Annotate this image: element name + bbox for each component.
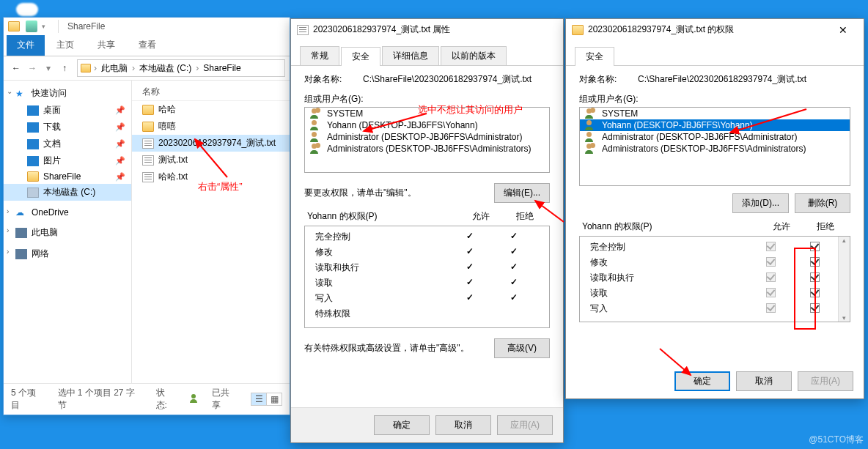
user-system[interactable]: SYSTEM	[580, 108, 850, 119]
nav-pictures[interactable]: 图片📌	[4, 152, 131, 169]
tab-home[interactable]: 主页	[45, 35, 86, 56]
allow-checkbox[interactable]	[766, 303, 776, 313]
permissions-label: Yohann 的权限(P)	[582, 220, 760, 233]
users-listbox[interactable]: SYSTEM Yohann (DESKTOP-JBJ6FFS\Yohann) A…	[579, 107, 850, 186]
tab-details[interactable]: 详细信息	[382, 46, 439, 65]
tab-general[interactable]: 常规	[300, 46, 339, 65]
dialog-titlebar[interactable]: 20230206182937974_测试.txt 的权限 ✕	[566, 19, 864, 40]
ok-button[interactable]: 确定	[374, 415, 430, 435]
view-details-icon[interactable]: ☰	[251, 393, 267, 406]
nav-network[interactable]: ›网络	[4, 245, 131, 262]
nav-forward-icon[interactable]: →	[24, 63, 40, 73]
deny-checkbox[interactable]	[810, 288, 820, 297]
breadcrumb[interactable]: › 此电脑 › 本地磁盘 (C:) › ShareFile	[77, 59, 285, 77]
deny-checkbox[interactable]	[810, 257, 820, 267]
permissions-list: 完全控制 修改 读取和执行 读取 写入 特殊权限	[304, 226, 550, 328]
list-item[interactable]: 嘻嘻	[132, 118, 290, 135]
explorer-window: ShareFile 文件 主页 共享 查看 ← → ▾ ↑ › 此电脑 › 本地…	[3, 17, 290, 415]
allow-checkbox[interactable]	[766, 242, 776, 251]
object-name-label: 对象名称:	[304, 73, 363, 86]
check-icon	[492, 292, 536, 305]
deny-checkbox[interactable]	[810, 242, 820, 251]
edit-hint: 要更改权限，请单击"编辑"。	[304, 187, 488, 199]
apply-button[interactable]: 应用(A)	[497, 415, 553, 435]
list-item[interactable]: 哈哈	[132, 101, 290, 118]
user-icon	[584, 132, 597, 142]
user-yohann[interactable]: Yohann (DESKTOP-JBJ6FFS\Yohann)	[305, 119, 549, 131]
navigation-pane[interactable]: ⌄★快速访问 桌面📌 下载📌 文档📌 图片📌 ShareFile📌 本地磁盘 (…	[4, 81, 132, 383]
shared-icon	[189, 394, 199, 404]
advanced-button[interactable]: 高级(V)	[494, 338, 550, 358]
pin-icon: 📌	[115, 139, 125, 149]
remove-button[interactable]: 删除(R)	[795, 193, 850, 213]
nav-downloads[interactable]: 下载📌	[4, 119, 131, 136]
allow-checkbox[interactable]	[766, 257, 776, 267]
permissions-list: 完全控制 修改 读取和执行 读取 写入	[579, 236, 850, 322]
column-header[interactable]: 名称	[132, 84, 290, 101]
user-yohann[interactable]: Yohann (DESKTOP-JBJ6FFS\Yohann)	[580, 119, 850, 131]
status-items: 5 个项目	[11, 387, 45, 412]
check-icon	[448, 231, 492, 243]
tab-view[interactable]: 查看	[127, 35, 168, 56]
allow-checkbox[interactable]	[766, 288, 776, 297]
view-icons-icon[interactable]: ▦	[266, 393, 282, 406]
list-item[interactable]: 20230206182937974_测试.txt	[132, 135, 290, 152]
deny-checkbox[interactable]	[810, 272, 820, 282]
annotation-text: 右击“属性”	[198, 180, 243, 193]
pin-icon: 📌	[115, 122, 125, 132]
dialog-title: 20230206182937974_测试.txt 的权限	[588, 23, 734, 36]
nav-recent-icon[interactable]: ▾	[40, 63, 56, 73]
nav-sharefile[interactable]: ShareFile📌	[4, 169, 131, 184]
breadcrumb-seg[interactable]: 此电脑	[98, 61, 130, 76]
cancel-button[interactable]: 取消	[736, 371, 792, 391]
nav-up-icon[interactable]: ↑	[56, 63, 73, 73]
scrollbar[interactable]	[838, 237, 850, 322]
apply-button[interactable]: 应用(A)	[798, 371, 853, 391]
deny-checkbox[interactable]	[810, 303, 820, 313]
group-icon	[309, 108, 323, 119]
list-item[interactable]: 测试.txt	[132, 152, 290, 168]
check-icon	[448, 292, 492, 305]
ok-button[interactable]: 确定	[674, 371, 730, 391]
annotation-text: 选中不想让其访问的用户	[418, 103, 523, 116]
nav-onedrive[interactable]: ›☁OneDrive	[4, 205, 131, 220]
tab-security[interactable]: 安全	[575, 47, 614, 66]
nav-back-icon[interactable]: ←	[8, 63, 24, 73]
status-state-value: 已共享	[212, 387, 238, 412]
folder-icon	[142, 122, 154, 132]
add-button[interactable]: 添加(D)...	[732, 193, 789, 213]
folder-icon	[572, 25, 584, 35]
check-icon	[448, 246, 492, 259]
text-file-icon	[142, 172, 154, 182]
user-icon	[309, 132, 323, 142]
status-bar: 5 个项目 选中 1 个项目 27 字节 状态: 已共享 ☰ ▦	[4, 383, 290, 415]
allow-checkbox[interactable]	[766, 272, 776, 282]
user-administrator[interactable]: Administrator (DESKTOP-JBJ6FFS\Administr…	[580, 131, 850, 143]
tab-share[interactable]: 共享	[86, 35, 127, 56]
explorer-titlebar[interactable]: ShareFile	[4, 18, 290, 35]
deny-header: 拒绝	[803, 220, 847, 233]
close-icon[interactable]: ✕	[828, 24, 858, 36]
tab-security[interactable]: 安全	[341, 47, 380, 66]
qat-dropdown-icon[interactable]	[40, 21, 52, 32]
tab-file[interactable]: 文件	[7, 35, 45, 56]
cancel-button[interactable]: 取消	[435, 415, 491, 435]
user-administrators[interactable]: Administrators (DESKTOP-JBJ6FFS\Administ…	[305, 143, 549, 155]
breadcrumb-seg[interactable]: ShareFile	[200, 62, 243, 75]
breadcrumb-seg[interactable]: 本地磁盘 (C:)	[136, 61, 194, 76]
qat-icon[interactable]	[26, 21, 37, 32]
edit-button[interactable]: 编辑(E)...	[494, 183, 550, 203]
user-administrator[interactable]: Administrator (DESKTOP-JBJ6FFS\Administr…	[305, 131, 549, 143]
nav-desktop[interactable]: 桌面📌	[4, 102, 131, 119]
users-listbox[interactable]: SYSTEM Yohann (DESKTOP-JBJ6FFS\Yohann) A…	[304, 107, 550, 173]
text-file-icon	[142, 138, 154, 149]
nav-thispc[interactable]: ›此电脑	[4, 224, 131, 241]
tab-previous[interactable]: 以前的版本	[441, 46, 507, 65]
nav-quick-access[interactable]: ⌄★快速访问	[4, 85, 131, 102]
dialog-titlebar[interactable]: 20230206182937974_测试.txt 属性	[291, 19, 563, 40]
nav-documents[interactable]: 文档📌	[4, 136, 131, 152]
nav-cdrive[interactable]: 本地磁盘 (C:)	[4, 184, 131, 201]
text-file-icon	[297, 25, 309, 35]
user-administrators[interactable]: Administrators (DESKTOP-JBJ6FFS\Administ…	[580, 143, 850, 155]
file-list[interactable]: 名称 哈哈 嘻嘻 20230206182937974_测试.txt 测试.txt…	[132, 81, 290, 383]
